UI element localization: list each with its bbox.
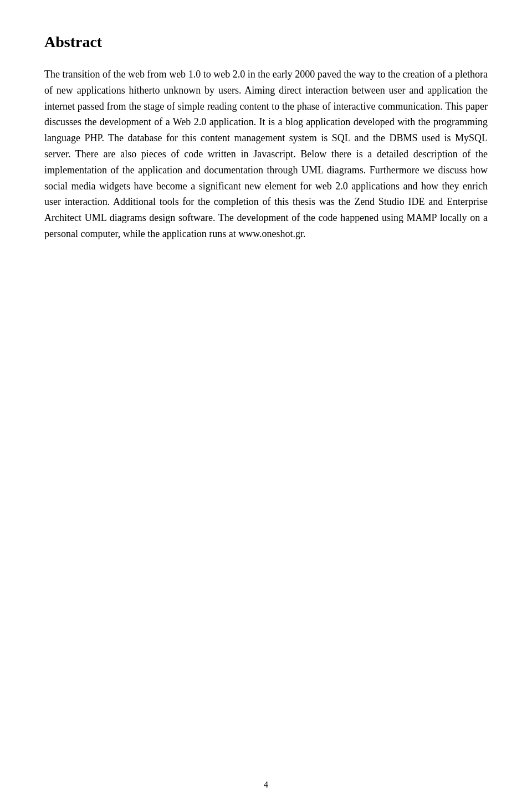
abstract-text: The transition of the web from web 1.0 t… — [44, 66, 488, 242]
abstract-heading: Abstract — [44, 33, 488, 51]
page-container: Abstract The transition of the web from … — [0, 0, 532, 812]
page-number: 4 — [264, 780, 268, 790]
abstract-body: The transition of the web from web 1.0 t… — [44, 66, 488, 242]
